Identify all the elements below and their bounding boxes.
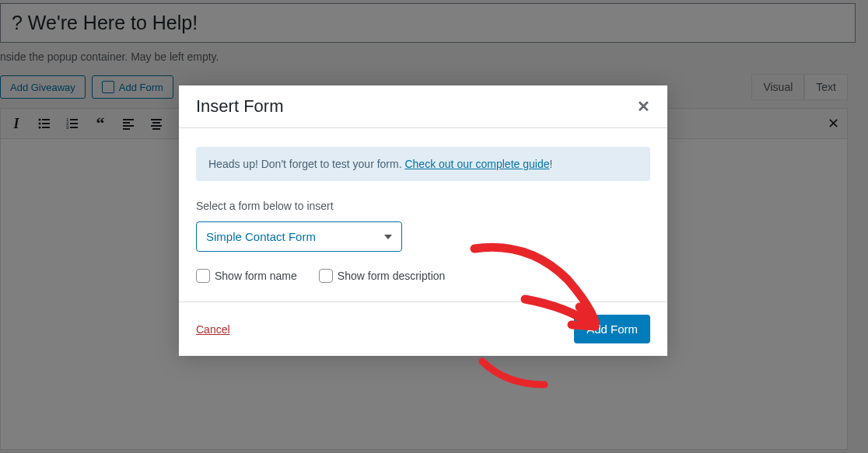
alert-banner: Heads up! Don't forget to test your form… xyxy=(196,147,650,181)
alert-text-suffix: ! xyxy=(549,158,552,170)
show-form-name-label: Show form name xyxy=(215,270,297,282)
form-select[interactable]: Simple Contact Form xyxy=(196,221,402,252)
show-form-description-label: Show form description xyxy=(338,270,446,282)
modal-title: Insert Form xyxy=(196,96,283,117)
selected-form-label: Simple Contact Form xyxy=(206,230,316,243)
alert-link[interactable]: Check out our complete guide xyxy=(404,158,549,170)
alert-text-prefix: Heads up! Don't forget to test your form… xyxy=(208,158,404,170)
cancel-button[interactable]: Cancel xyxy=(196,323,230,336)
insert-form-modal: Insert Form ✕ Heads up! Don't forget to … xyxy=(179,85,667,356)
show-form-name-checkbox[interactable] xyxy=(196,269,210,283)
show-form-description-checkbox[interactable] xyxy=(319,269,333,283)
instruction-text: Select a form below to insert xyxy=(196,200,650,212)
chevron-down-icon xyxy=(384,235,392,239)
close-icon[interactable]: ✕ xyxy=(637,97,650,116)
add-form-submit-button[interactable]: Add Form xyxy=(574,315,650,343)
